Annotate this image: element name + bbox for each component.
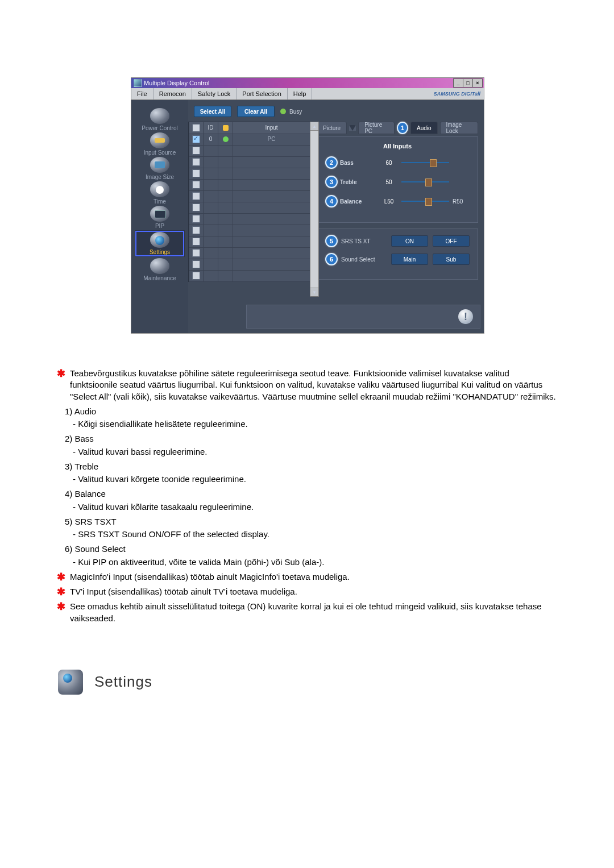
sidebar-item-time[interactable]: Time [135, 181, 185, 205]
treble-slider[interactable] [401, 181, 449, 182]
star-bullet-icon: ✱ [57, 587, 65, 598]
busy-dot-icon [280, 109, 286, 114]
busy-label: Busy [289, 109, 302, 115]
srs-on-button[interactable]: ON [391, 235, 428, 247]
pip-icon [150, 206, 169, 222]
menu-safety-lock[interactable]: Safety Lock [192, 88, 237, 99]
table-row[interactable] [189, 247, 310, 259]
table-row[interactable] [189, 179, 310, 190]
row-checkbox[interactable] [192, 192, 200, 200]
col-input: Input [233, 122, 310, 134]
bass-value: 60 [380, 160, 398, 166]
treble-value: 50 [380, 179, 398, 185]
scrollbar[interactable]: ▲ ▼ [310, 122, 319, 297]
menu-port-selection[interactable]: Port Selection [237, 88, 287, 99]
tab-picture[interactable]: Picture [317, 122, 347, 134]
col-id: ID [204, 122, 218, 134]
row-checkbox[interactable] [192, 238, 200, 246]
row-checkbox[interactable] [192, 272, 200, 280]
table-row[interactable] [189, 213, 310, 225]
status-strip: ! [246, 305, 480, 329]
row-checkbox[interactable] [192, 181, 200, 189]
table-row[interactable] [189, 202, 310, 213]
image-size-icon [150, 157, 169, 173]
table-row[interactable] [189, 270, 310, 281]
audio-fieldset: All Inputs 2 Bass 60 3 [317, 136, 478, 223]
maximize-button[interactable]: □ [463, 78, 473, 88]
scroll-down-icon[interactable]: ▼ [310, 288, 318, 296]
row-checkbox[interactable] [192, 203, 200, 211]
table-row[interactable] [189, 168, 310, 179]
row-checkbox[interactable] [192, 158, 200, 166]
document-body: ✱ Teabevõrgustikus kuvatakse põhiline sä… [57, 368, 557, 695]
window-controls: _ □ × [454, 78, 483, 88]
row-checkbox[interactable] [192, 249, 200, 257]
sidebar-item-image-size[interactable]: Image Size [135, 157, 185, 180]
item-desc: - Kõigi sisendiallikate helisätete regul… [73, 418, 557, 430]
table-row[interactable] [189, 190, 310, 202]
sidebar-item-label: Image Size [146, 174, 174, 180]
table-row[interactable] [189, 259, 310, 270]
input-source-icon [150, 132, 169, 148]
row-checkbox[interactable] [192, 226, 200, 234]
tab-picture-pc[interactable]: Picture PC [358, 122, 395, 134]
callout-marker-4: 4 [325, 195, 338, 207]
item-title: Audio [74, 406, 96, 416]
settings-panel: Picture Picture PC 1 Audio Image Lock Al… [314, 122, 480, 297]
bass-label: Bass [340, 160, 376, 166]
settings-tabs: Picture Picture PC 1 Audio Image Lock [317, 122, 478, 134]
star-bullet-icon: ✱ [57, 572, 65, 583]
sound-main-button[interactable]: Main [391, 254, 428, 265]
row-checkbox[interactable] [192, 260, 200, 268]
item-title: Treble [74, 462, 98, 471]
table-row[interactable] [189, 156, 310, 168]
select-all-button[interactable]: Select All [194, 106, 231, 117]
check-icon [192, 124, 200, 132]
clear-all-button[interactable]: Clear All [237, 106, 275, 117]
app-icon [134, 79, 142, 87]
row-checkbox[interactable] [192, 135, 200, 143]
sidebar-item-input-source[interactable]: Input Source [135, 132, 185, 156]
table-row[interactable] [189, 225, 310, 236]
slider-thumb[interactable] [430, 159, 437, 167]
scroll-up-icon[interactable]: ▲ [310, 122, 318, 131]
item-desc: - Kui PIP on aktiveeritud, võite te vali… [73, 556, 557, 568]
bass-slider-row: 2 Bass 60 [325, 156, 470, 169]
table-row[interactable] [189, 236, 310, 247]
row-checkbox[interactable] [192, 215, 200, 223]
slider-thumb[interactable] [425, 198, 432, 206]
minimize-button[interactable]: _ [453, 78, 463, 88]
srs-off-button[interactable]: OFF [433, 235, 470, 247]
row-checkbox[interactable] [192, 147, 200, 155]
sound-sub-button[interactable]: Sub [433, 254, 470, 265]
menu-file[interactable]: File [131, 88, 154, 99]
item-num: 3) [65, 462, 72, 471]
close-button[interactable]: × [472, 78, 483, 88]
brand-logo: SAMSUNG DIGITall [434, 88, 484, 99]
balance-right: R50 [453, 198, 470, 205]
tab-audio[interactable]: Audio [410, 122, 438, 134]
toolbar: Select All Clear All Busy [188, 100, 484, 122]
slider-thumb[interactable] [425, 178, 432, 186]
audio-options-fieldset: 5 SRS TS XT ON OFF 6 Sound Select Main S [317, 229, 478, 280]
row-checkbox[interactable] [192, 169, 200, 177]
balance-label: Balance [340, 198, 376, 205]
bass-slider[interactable] [401, 162, 449, 163]
doc-star-2: TV'i Input (sisendallikas) töötab ainult… [70, 586, 297, 597]
sidebar-item-settings[interactable]: Settings [135, 230, 185, 257]
menu-help[interactable]: Help [288, 88, 313, 99]
item-desc: - Valitud kuvari kõrgete toonide regulee… [73, 474, 557, 485]
balance-slider[interactable] [401, 201, 449, 202]
settings-icon [150, 232, 169, 248]
table-row[interactable] [189, 145, 310, 156]
sidebar-item-power-control[interactable]: Power Control [135, 108, 185, 131]
sidebar-item-maintenance[interactable]: Maintenance [135, 258, 185, 281]
settings-section-icon [58, 670, 83, 695]
menu-remocon[interactable]: Remocon [154, 88, 192, 99]
tab-image-lock[interactable]: Image Lock [440, 122, 478, 134]
sidebar-item-pip[interactable]: PIP [135, 206, 185, 229]
sound-select-label: Sound Select [341, 256, 387, 263]
item-num: 1) [65, 406, 72, 416]
table-row[interactable]: 0 PC [189, 134, 310, 145]
srs-row: 5 SRS TS XT ON OFF [325, 235, 470, 247]
